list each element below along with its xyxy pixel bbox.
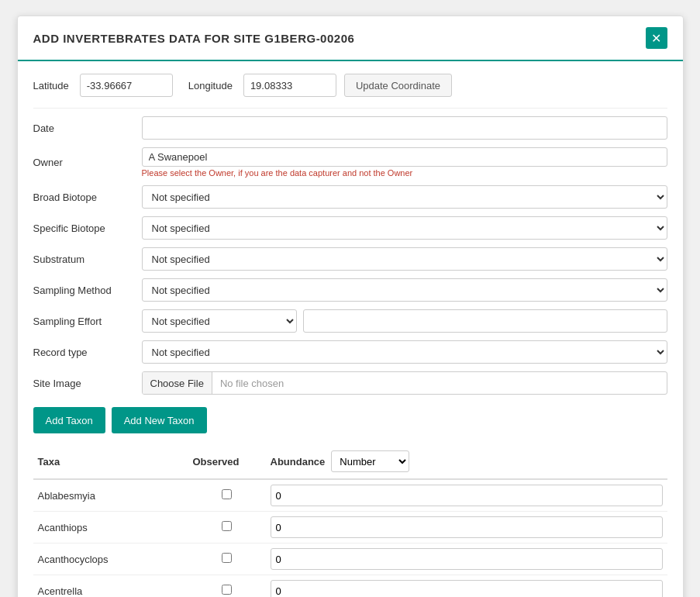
site-image-row: Site Image Choose File No file chosen (33, 371, 667, 395)
taxa-name-cell: Acanthocyclops (33, 544, 188, 575)
add-taxon-button[interactable]: Add Taxon (33, 407, 105, 433)
observed-checkbox[interactable] (222, 489, 232, 499)
observed-cell (188, 479, 266, 512)
substratum-label: Substratum (33, 254, 142, 265)
col-header-observed: Observed (188, 444, 266, 479)
taxa-name-cell: Acentrella (33, 575, 188, 598)
latitude-label: Latitude (33, 80, 69, 91)
abundance-cell (266, 512, 667, 544)
file-name-label: No file chosen (212, 378, 291, 389)
abundance-input[interactable] (271, 580, 663, 597)
broad-biotope-select[interactable]: Not specified (142, 185, 667, 209)
broad-biotope-label: Broad Biotope (33, 192, 142, 203)
broad-biotope-row: Broad Biotope Not specified (33, 185, 667, 209)
modal-title: ADD INVERTEBRATES DATA FOR SITE G1BERG-0… (33, 32, 355, 45)
table-row: Acanthiops (33, 512, 667, 544)
close-button[interactable]: ✕ (646, 27, 667, 49)
sampling-effort-row: Sampling Effort Not specified (33, 309, 667, 333)
abundance-cell (266, 479, 667, 512)
choose-file-button[interactable]: Choose File (143, 371, 212, 395)
site-image-label: Site Image (33, 378, 142, 389)
date-row: Date (33, 116, 667, 140)
date-label: Date (33, 123, 142, 134)
sampling-method-row: Sampling Method Not specified (33, 278, 667, 302)
owner-input[interactable] (142, 147, 667, 167)
sampling-effort-label: Sampling Effort (33, 316, 142, 327)
specific-biotope-label: Specific Biotope (33, 223, 142, 234)
specific-biotope-row: Specific Biotope Not specified (33, 216, 667, 240)
substratum-select[interactable]: Not specified (142, 247, 667, 271)
record-type-label: Record type (33, 347, 142, 358)
col-header-taxa: Taxa (33, 444, 188, 479)
action-buttons-row: Add Taxon Add New Taxon (33, 407, 667, 433)
latitude-input[interactable] (80, 74, 173, 97)
abundance-header: Abundance Number Percentage Rank (271, 450, 663, 472)
sampling-effort-inputs: Not specified (142, 309, 667, 333)
table-row: Ablabesmyia (33, 479, 667, 512)
modal-body: Latitude Longitude Update Coordinate Dat… (18, 61, 683, 597)
owner-label: Owner (33, 157, 142, 168)
observed-checkbox[interactable] (222, 585, 232, 595)
file-input-wrapper: Choose File No file chosen (142, 371, 667, 395)
abundance-input[interactable] (271, 485, 663, 506)
abundance-input[interactable] (271, 548, 663, 570)
table-row: Acanthocyclops (33, 544, 667, 575)
observed-cell (188, 512, 266, 544)
observed-cell (188, 575, 266, 598)
observed-checkbox[interactable] (222, 553, 232, 563)
owner-wrapper: Please select the Owner, if you are the … (142, 147, 667, 178)
record-type-row: Record type Not specified (33, 340, 667, 364)
col-header-abundance: Abundance Number Percentage Rank (266, 444, 667, 479)
taxa-table-body: Ablabesmyia Acanthiops Acanthocyclops Ac… (33, 479, 667, 597)
sampling-method-label: Sampling Method (33, 285, 142, 296)
taxa-table: Taxa Observed Abundance Number Percentag… (33, 444, 667, 597)
add-new-taxon-button[interactable]: Add New Taxon (112, 407, 207, 433)
coordinates-row: Latitude Longitude Update Coordinate (33, 74, 667, 97)
table-row: Acentrella (33, 575, 667, 598)
owner-hint: Please select the Owner, if you are the … (142, 168, 667, 178)
abundance-cell (266, 544, 667, 575)
taxa-name-cell: Acanthiops (33, 512, 188, 544)
longitude-input[interactable] (243, 74, 336, 97)
taxa-name-cell: Ablabesmyia (33, 479, 188, 512)
owner-row: Owner Please select the Owner, if you ar… (33, 147, 667, 178)
specific-biotope-select[interactable]: Not specified (142, 216, 667, 240)
abundance-label: Abundance (271, 456, 326, 468)
modal-header: ADD INVERTEBRATES DATA FOR SITE G1BERG-0… (18, 16, 683, 61)
sampling-effort-value-input[interactable] (303, 309, 667, 333)
substratum-row: Substratum Not specified (33, 247, 667, 271)
update-coordinate-button[interactable]: Update Coordinate (344, 74, 452, 97)
sampling-effort-select[interactable]: Not specified (142, 309, 297, 333)
longitude-label: Longitude (188, 80, 233, 91)
table-header-row: Taxa Observed Abundance Number Percentag… (33, 444, 667, 479)
abundance-type-select[interactable]: Number Percentage Rank (331, 450, 409, 472)
date-input[interactable] (142, 116, 667, 140)
observed-cell (188, 544, 266, 575)
observed-checkbox[interactable] (222, 521, 232, 531)
abundance-cell (266, 575, 667, 598)
modal-container: ADD INVERTEBRATES DATA FOR SITE G1BERG-0… (17, 16, 684, 597)
sampling-method-select[interactable]: Not specified (142, 278, 667, 302)
record-type-select[interactable]: Not specified (142, 340, 667, 364)
abundance-input[interactable] (271, 516, 663, 538)
